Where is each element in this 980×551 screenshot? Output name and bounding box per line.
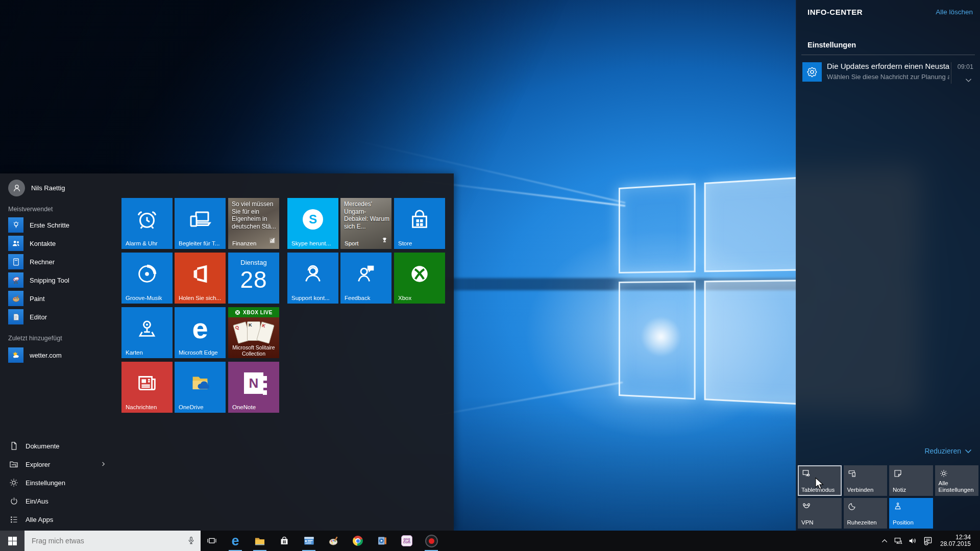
tile-begleiter-fuer-telefon[interactable]: Begleiter für T...: [175, 198, 226, 249]
taskbar-recorder[interactable]: [419, 531, 444, 551]
start-item-erste-schritte[interactable]: Erste Schritte: [0, 216, 121, 234]
taskbar-edge[interactable]: e: [223, 531, 248, 551]
start-item-editor[interactable]: Editor: [0, 308, 121, 326]
quick-action-alle-einstellungen[interactable]: Alle Einstellungen: [935, 465, 979, 496]
taskbar-media-player[interactable]: [370, 531, 395, 551]
clear-all-link[interactable]: Alle löschen: [936, 8, 973, 16]
record-icon: [425, 535, 438, 547]
start-item-snipping-tool[interactable]: Snipping Tool: [0, 271, 121, 289]
quick-action-notiz[interactable]: Notiz: [889, 465, 933, 496]
app-tile-bg: [8, 309, 23, 324]
phone-laptop-icon: [188, 207, 212, 232]
search-input[interactable]: [24, 536, 182, 545]
tile-alarm-uhr[interactable]: Alarm & Uhr: [121, 198, 173, 249]
start-item-label: Paint: [30, 295, 45, 303]
taskbar-chrome[interactable]: [346, 531, 370, 551]
tray-action-center[interactable]: [920, 531, 936, 551]
edge-icon: e: [231, 534, 239, 548]
notification-subtitle: Wählen Sie diese Nachricht zur Planung a: [827, 73, 949, 81]
quick-action-position[interactable]: Position: [889, 498, 933, 529]
groove-disc-icon: [135, 262, 159, 286]
start-footer-explorer[interactable]: Explorer: [0, 455, 121, 473]
tile-store[interactable]: Store: [394, 198, 445, 249]
tile-label: Microsoft Edge: [179, 349, 218, 356]
quick-action-verbinden[interactable]: Verbinden: [844, 465, 888, 496]
tile-karten[interactable]: Karten: [121, 307, 173, 358]
tile-xbox[interactable]: Xbox: [394, 253, 445, 304]
start-item-wetter-com[interactable]: wetter.com: [0, 346, 121, 364]
tile-solitaire-collection[interactable]: XBOX LIVE Q K K Microsoft Solitaire Coll…: [228, 307, 279, 358]
onedrive-folder-icon: [188, 371, 212, 395]
tile-holen-sie-sich-office[interactable]: Holen Sie sich...: [175, 253, 226, 304]
system-tray: 12:34 28.07.2015: [878, 531, 980, 551]
taskbar-gog[interactable]: gogcom: [395, 531, 419, 551]
task-view-icon: [207, 537, 217, 545]
calendar-weekday: Dienstag: [228, 259, 279, 266]
start-footer-einstellungen[interactable]: Einstellungen: [0, 473, 121, 492]
taskbar-file-explorer[interactable]: [248, 531, 272, 551]
onenote-n-glyph: N: [249, 375, 259, 391]
all-apps-icon: [9, 515, 19, 524]
quick-action-label: Verbinden: [847, 487, 886, 493]
tile-label: Microsoft Solitaire Collection: [228, 344, 279, 357]
location-icon: [893, 502, 902, 511]
tray-chevron-up[interactable]: [878, 531, 891, 551]
quick-action-ruhezeiten[interactable]: Ruhezeiten: [844, 498, 888, 529]
tile-groove-musik[interactable]: Groove-Musik: [121, 253, 173, 304]
desktop-screen: Nils Raettig Meistverwendet Erste Schrit…: [0, 0, 980, 551]
start-footer-dokumente[interactable]: Dokumente: [0, 437, 121, 455]
tile-label: Nachrichten: [126, 404, 157, 410]
quick-action-label: VPN: [801, 519, 840, 526]
user-avatar: [8, 180, 25, 196]
notepad-icon: [11, 312, 21, 322]
gog-icon: gogcom: [401, 535, 412, 546]
start-item-kontakte[interactable]: Kontakte: [0, 234, 121, 253]
vpn-icon: [802, 502, 811, 511]
tray-clock[interactable]: 12:34 28.07.2015: [936, 531, 980, 551]
tray-network[interactable]: [891, 531, 905, 551]
chevron-down-icon[interactable]: [965, 76, 972, 85]
tile-support-kontaktieren[interactable]: Support kont...: [287, 253, 338, 304]
tile-nachrichten[interactable]: Nachrichten: [121, 362, 173, 413]
user-account-button[interactable]: Nils Raettig: [8, 180, 65, 196]
cortana-search-box[interactable]: [24, 531, 201, 551]
connect-icon: [848, 469, 857, 478]
tile-skype[interactable]: S Skype herunt...: [287, 198, 338, 249]
calendar-date: 28: [228, 266, 279, 293]
task-view-button[interactable]: [201, 531, 223, 551]
skype-icon: S: [303, 209, 323, 230]
tile-sport[interactable]: Mercedes' Ungarn-Debakel: Warum sich E..…: [340, 198, 391, 249]
speaker-icon: [908, 537, 917, 545]
media-player-icon: [377, 536, 387, 546]
tile-onedrive[interactable]: OneDrive: [175, 362, 226, 413]
tile-finanzen[interactable]: So viel müssen Sie für ein Eigenheim in …: [228, 198, 279, 249]
tile-label: Karten: [126, 349, 143, 356]
person-icon: [12, 183, 22, 193]
tile-microsoft-edge[interactable]: e Microsoft Edge: [175, 307, 226, 358]
file-explorer-icon: [254, 536, 265, 546]
tile-onenote[interactable]: N OneNote: [228, 362, 279, 413]
taskbar-paint[interactable]: [321, 531, 346, 551]
tile-label: OneDrive: [179, 404, 204, 410]
tile-kalender[interactable]: Dienstag 28: [228, 253, 279, 304]
start-footer-power[interactable]: Ein/Aus: [0, 492, 121, 510]
taskbar-store[interactable]: [272, 531, 297, 551]
people-icon: [11, 239, 21, 248]
tray-volume[interactable]: [905, 531, 920, 551]
quick-actions-grid: Tabletmodus Verbinden Notiz Alle Einstel…: [798, 465, 978, 529]
start-footer-alle-apps[interactable]: Alle Apps: [0, 510, 121, 529]
tile-label: Store: [398, 240, 412, 246]
tile-feedback[interactable]: Feedback: [340, 253, 391, 304]
microphone-icon[interactable]: [182, 536, 201, 546]
start-item-paint[interactable]: Paint: [0, 289, 121, 308]
collapse-quick-actions[interactable]: Reduzieren: [924, 447, 972, 455]
notification-update-restart[interactable]: Die Updates erfordern einen Neusta Wähle…: [796, 58, 980, 90]
taskbar-system-app[interactable]: [297, 531, 321, 551]
start-button[interactable]: [0, 531, 24, 551]
skype-s-glyph: S: [309, 212, 317, 227]
network-icon: [894, 537, 903, 545]
start-item-label: wetter.com: [30, 352, 62, 359]
start-item-rechner[interactable]: Rechner: [0, 253, 121, 271]
onenote-tabs-icon: [263, 375, 268, 397]
quick-action-vpn[interactable]: VPN: [798, 498, 842, 529]
